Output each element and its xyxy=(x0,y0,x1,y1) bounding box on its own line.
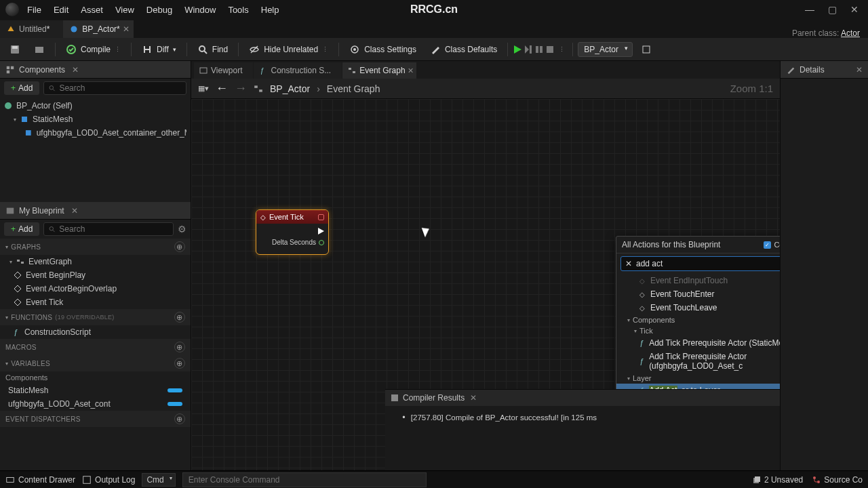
menu-window[interactable]: Window xyxy=(184,5,216,15)
tab-event-graph[interactable]: Event Graph✕ xyxy=(342,62,416,79)
forward-icon[interactable]: → xyxy=(235,81,247,96)
menu-file[interactable]: File xyxy=(27,5,41,15)
variables-category[interactable]: Components xyxy=(0,371,191,384)
context-sensitive-toggle[interactable]: ✓Context Sensitive▸ xyxy=(764,241,780,249)
node-event-tick[interactable]: ◇Event Tick Delta Seconds xyxy=(256,209,329,255)
context-item[interactable]: Add Tick Prerequisite Actor (StaticMesh) xyxy=(616,336,780,350)
panel-close-icon[interactable]: ✕ xyxy=(470,393,477,403)
add-new-button[interactable]: +Add xyxy=(4,222,39,236)
compile-button[interactable]: Compile ⋮ xyxy=(60,41,126,58)
chevron-down-icon[interactable]: ⋮ xyxy=(115,46,121,53)
class-defaults-button[interactable]: Class Defaults xyxy=(425,41,502,58)
expand-icon[interactable]: ▾ xyxy=(14,117,16,123)
context-category[interactable]: Components xyxy=(616,314,780,325)
back-icon[interactable]: ← xyxy=(216,81,228,96)
section-macros[interactable]: MACROS⊕ xyxy=(0,339,191,355)
context-category[interactable]: Tick xyxy=(616,325,780,336)
find-button[interactable]: Find xyxy=(192,41,233,58)
content-drawer-button[interactable]: Content Drawer xyxy=(5,475,75,485)
step-icon[interactable] xyxy=(524,45,533,54)
menu-debug[interactable]: Debug xyxy=(146,5,172,15)
diff-button[interactable]: Diff▾ xyxy=(136,41,182,58)
myblueprint-search[interactable] xyxy=(43,222,174,236)
add-graph-icon[interactable]: ⊕ xyxy=(174,241,185,252)
exec-out-pin[interactable] xyxy=(260,228,324,235)
minimize-icon[interactable]: — xyxy=(805,4,814,15)
play-options-icon[interactable]: ⋮ xyxy=(556,46,568,53)
locate-button[interactable] xyxy=(635,41,657,58)
add-component-button[interactable]: +Add xyxy=(4,81,39,95)
source-control-button[interactable]: Source Co xyxy=(812,475,863,485)
menu-view[interactable]: View xyxy=(115,5,134,15)
graph-child[interactable]: Event Tick xyxy=(0,296,191,309)
compiler-results-header[interactable]: Compiler Results ✕ xyxy=(385,390,780,406)
add-variable-icon[interactable]: ⊕ xyxy=(174,358,185,369)
components-search-input[interactable] xyxy=(59,83,182,93)
section-dispatchers[interactable]: EVENT DISPATCHERS⊕ xyxy=(0,411,191,427)
context-item[interactable]: Add Tick Prerequisite Actor (ufghbgyfa_L… xyxy=(616,350,780,373)
components-panel-header[interactable]: Components ✕ xyxy=(0,61,191,79)
tab-close-icon[interactable]: ✕ xyxy=(408,66,414,75)
panel-close-icon[interactable]: ✕ xyxy=(856,65,863,75)
add-macro-icon[interactable]: ⊕ xyxy=(174,342,185,352)
graph-root[interactable]: ▾EventGraph xyxy=(0,255,191,268)
hide-unrelated-button[interactable]: Hide Unrelated ⋮ xyxy=(243,41,334,58)
panel-close-icon[interactable]: ✕ xyxy=(72,65,79,75)
main-menu[interactable]: File Edit Asset View Debug Window Tools … xyxy=(27,5,279,15)
graph-child[interactable]: Event ActorBeginOverlap xyxy=(0,282,191,296)
myblueprint-search-input[interactable] xyxy=(59,224,169,234)
clear-search-icon[interactable]: ✕ xyxy=(625,259,632,268)
close-icon[interactable]: ✕ xyxy=(850,4,859,15)
context-category[interactable]: Layer xyxy=(616,373,780,384)
context-search[interactable]: ✕ xyxy=(620,256,780,271)
graph-child[interactable]: Event BeginPlay xyxy=(0,268,191,282)
myblueprint-panel-header[interactable]: My Blueprint ✕ xyxy=(0,202,191,220)
component-row-root[interactable]: BP_Actor (Self) xyxy=(0,99,191,113)
output-log-button[interactable]: Output Log xyxy=(82,475,135,485)
stop-icon[interactable] xyxy=(545,45,555,54)
debug-object-selector[interactable]: BP_Actor xyxy=(578,42,633,57)
add-function-icon[interactable]: ⊕ xyxy=(174,312,185,323)
unsaved-indicator[interactable]: 2 Unsaved xyxy=(753,475,803,485)
variable-row[interactable]: StaticMesh xyxy=(0,384,191,397)
component-row-child[interactable]: ufghbgyfa_LOD0_Aset_container_other_M xyxy=(0,126,191,140)
add-dispatcher-icon[interactable]: ⊕ xyxy=(174,413,185,424)
menu-asset[interactable]: Asset xyxy=(81,5,103,15)
tab-viewport[interactable]: Viewport xyxy=(194,62,253,79)
details-panel-header[interactable]: Details ✕ xyxy=(781,61,868,79)
section-functions[interactable]: ▾FUNCTIONS (19 OVERRIDABLE)⊕ xyxy=(0,309,191,325)
class-settings-button[interactable]: Class Settings xyxy=(344,41,422,58)
tab-construction[interactable]: ƒConstruction S... xyxy=(254,62,342,79)
pause-icon[interactable] xyxy=(534,45,544,54)
delta-seconds-pin[interactable]: Delta Seconds xyxy=(260,239,324,246)
menu-edit[interactable]: Edit xyxy=(54,5,68,15)
save-button[interactable] xyxy=(4,41,26,58)
node-toggle-icon[interactable] xyxy=(318,214,324,220)
tab-close-icon[interactable]: ✕ xyxy=(123,24,130,34)
parent-class-link[interactable]: Actor xyxy=(841,28,860,38)
breadcrumb-leaf[interactable]: Event Graph xyxy=(327,83,380,94)
menu-help[interactable]: Help xyxy=(261,5,279,15)
breadcrumb-root[interactable]: BP_Actor xyxy=(270,83,310,94)
menu-tools[interactable]: Tools xyxy=(228,5,248,15)
play-icon[interactable] xyxy=(513,45,522,54)
history-dropdown-icon[interactable]: ▦▾ xyxy=(198,84,209,93)
browse-button[interactable] xyxy=(28,41,50,58)
maximize-icon[interactable]: ▢ xyxy=(828,4,837,15)
console-command-input[interactable] xyxy=(182,472,427,487)
section-variables[interactable]: ▾VARIABLES⊕ xyxy=(0,355,191,371)
function-row[interactable]: ƒConstructionScript xyxy=(0,325,191,339)
cmd-type-selector[interactable]: Cmd xyxy=(142,473,175,487)
context-item[interactable]: Event TouchLeave xyxy=(616,301,780,314)
variable-row[interactable]: ufghbgyfa_LOD0_Aset_cont xyxy=(0,397,191,411)
component-row-staticmesh[interactable]: ▾StaticMesh xyxy=(0,113,191,126)
panel-close-icon[interactable]: ✕ xyxy=(71,206,78,216)
context-search-input[interactable] xyxy=(636,259,780,268)
components-search[interactable] xyxy=(43,81,186,95)
tab-bp-actor[interactable]: BP_Actor* ✕ xyxy=(63,20,133,38)
context-item[interactable]: Event TouchEnter xyxy=(616,287,780,301)
gear-icon[interactable]: ⚙ xyxy=(178,224,186,235)
section-graphs[interactable]: ▾GRAPHS⊕ xyxy=(0,239,191,255)
context-item[interactable]: Event EndInputTouch xyxy=(616,274,780,287)
tab-untitled[interactable]: Untitled* xyxy=(0,20,63,38)
